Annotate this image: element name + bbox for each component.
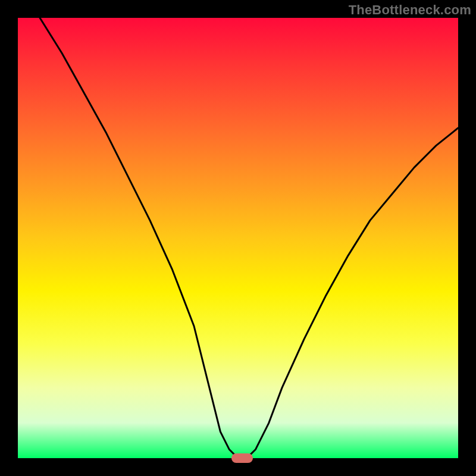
plot-background-gradient bbox=[18, 18, 458, 458]
watermark-text: TheBottleneck.com bbox=[349, 2, 471, 18]
chart-frame: TheBottleneck.com bbox=[0, 0, 476, 476]
